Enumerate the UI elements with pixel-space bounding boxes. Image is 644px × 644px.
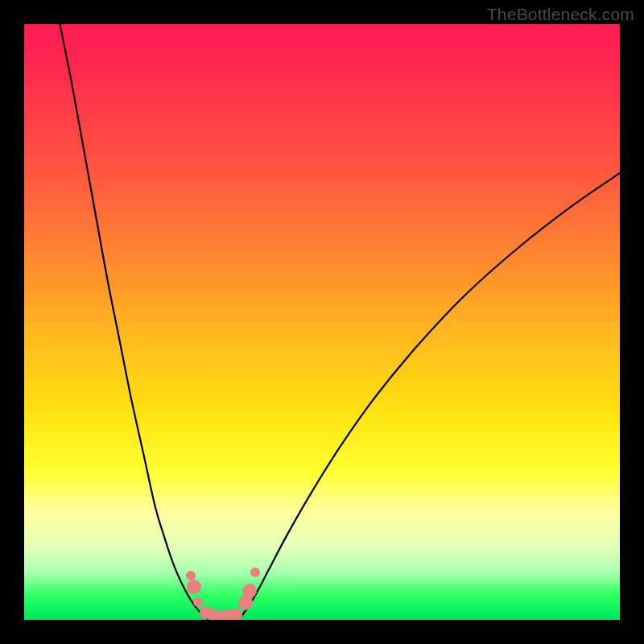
watermark-text: TheBottleneck.com	[487, 5, 634, 24]
curve-layer	[24, 24, 620, 620]
data-marker	[193, 597, 203, 607]
plot-area	[24, 24, 620, 620]
data-marker	[250, 568, 260, 577]
right-curve	[238, 173, 620, 620]
left-curve	[60, 24, 208, 620]
data-marker	[187, 580, 201, 594]
data-marker	[242, 584, 257, 598]
data-marker	[229, 609, 242, 620]
data-marker	[186, 571, 196, 580]
chart-frame: TheBottleneck.com	[0, 0, 644, 644]
